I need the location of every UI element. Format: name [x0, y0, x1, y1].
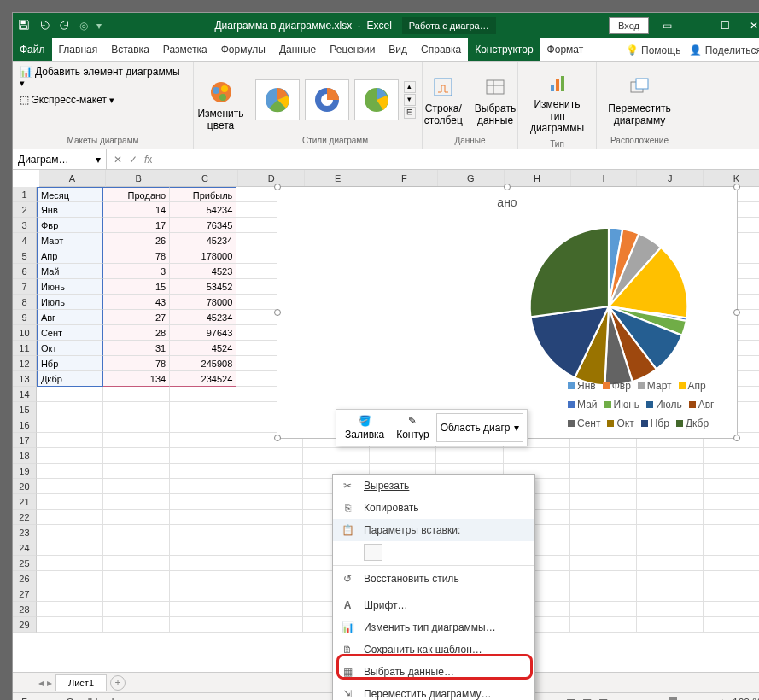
cell[interactable]	[103, 571, 170, 586]
cell[interactable]	[704, 556, 759, 571]
sheet-nav-prev-icon[interactable]: ◂	[38, 677, 44, 689]
cell[interactable]	[436, 448, 503, 464]
cell[interactable]	[236, 540, 303, 556]
legend-item[interactable]: Июль	[646, 399, 682, 411]
column-header[interactable]: C	[172, 170, 239, 187]
row-header[interactable]: 10	[13, 325, 37, 341]
redo-icon[interactable]	[59, 19, 71, 33]
cell[interactable]: 54234	[170, 202, 236, 218]
cell[interactable]: 31	[103, 341, 170, 356]
menu-save-template[interactable]: 🗎Сохранить как шаблон…	[333, 639, 534, 661]
cell[interactable]: 78000	[170, 295, 236, 310]
cell[interactable]	[103, 387, 170, 402]
cell[interactable]	[504, 448, 570, 464]
legend-item[interactable]: Июнь	[604, 399, 640, 411]
cell[interactable]: Июнь	[37, 279, 103, 295]
sheet-tab[interactable]: Лист1	[55, 674, 107, 691]
cell[interactable]: 45234	[170, 310, 236, 325]
cell[interactable]	[370, 448, 436, 464]
cell[interactable]: Апр	[37, 248, 103, 264]
cell[interactable]	[236, 602, 303, 617]
cell[interactable]: 45234	[170, 233, 236, 248]
cell[interactable]	[37, 494, 103, 510]
legend-item[interactable]: Март	[638, 380, 672, 392]
tab-layout[interactable]: Разметка	[156, 38, 214, 61]
cell[interactable]	[637, 525, 704, 540]
resize-handle[interactable]	[733, 184, 740, 190]
row-header[interactable]: 17	[13, 433, 37, 448]
row-header[interactable]: 15	[13, 402, 37, 417]
cell[interactable]	[570, 479, 637, 494]
cell[interactable]	[637, 586, 704, 602]
cell[interactable]	[236, 586, 303, 602]
zoom-in-icon[interactable]: +	[720, 697, 726, 701]
row-header[interactable]: 19	[13, 464, 37, 479]
cell[interactable]: 178000	[170, 248, 236, 264]
cell[interactable]	[704, 494, 759, 510]
cell[interactable]	[570, 510, 637, 525]
embedded-chart[interactable]: ано ЯнвФврМартАпрМайИюньИюльАвгСентОктНб…	[277, 186, 738, 439]
cell[interactable]	[637, 571, 704, 586]
row-header[interactable]: 4	[13, 233, 37, 248]
cell[interactable]: Янв	[37, 202, 103, 218]
column-header[interactable]: D	[238, 170, 305, 187]
cell[interactable]: 28	[103, 325, 170, 341]
cell[interactable]	[103, 586, 170, 602]
cell[interactable]	[637, 464, 704, 479]
cell[interactable]: 27	[103, 310, 170, 325]
spreadsheet-grid[interactable]: ABCDEFGHIJK 1МесяцПроданоПрибыль2Янв1454…	[13, 170, 759, 633]
row-header[interactable]: 13	[13, 371, 37, 387]
chart-title[interactable]: ано	[497, 195, 517, 209]
cell[interactable]: 97643	[170, 325, 236, 341]
cell[interactable]: 234524	[170, 371, 236, 387]
cell[interactable]	[103, 556, 170, 571]
cell[interactable]	[103, 448, 170, 464]
cell[interactable]	[704, 448, 759, 464]
row-header[interactable]: 6	[13, 264, 37, 279]
row-header[interactable]: 9	[13, 310, 37, 325]
cell[interactable]	[170, 510, 236, 525]
cell[interactable]	[704, 571, 759, 586]
cell[interactable]: 245908	[170, 356, 236, 371]
cell[interactable]	[37, 602, 103, 617]
cell[interactable]	[637, 448, 704, 464]
tab-data[interactable]: Данные	[272, 38, 323, 61]
cell[interactable]	[570, 448, 637, 464]
tab-home[interactable]: Главная	[52, 38, 105, 61]
cell[interactable]	[103, 479, 170, 494]
style-thumb[interactable]	[354, 79, 399, 120]
cell[interactable]	[637, 494, 704, 510]
cell[interactable]	[704, 464, 759, 479]
style-thumb[interactable]	[305, 79, 349, 120]
cell[interactable]	[103, 433, 170, 448]
menu-change-chart-type[interactable]: 📊Изменить тип диаграммы…	[333, 616, 534, 639]
cell[interactable]	[170, 602, 236, 617]
zoom-out-icon[interactable]: −	[615, 697, 621, 701]
cell[interactable]	[37, 387, 103, 402]
cell[interactable]	[103, 510, 170, 525]
row-header[interactable]: 5	[13, 248, 37, 264]
cell[interactable]	[170, 556, 236, 571]
cell[interactable]	[704, 617, 759, 633]
legend-item[interactable]: Нбр	[641, 417, 669, 429]
cell[interactable]: Продано	[103, 187, 170, 202]
cell[interactable]	[170, 448, 236, 464]
row-header[interactable]: 24	[13, 540, 37, 556]
cell[interactable]	[103, 617, 170, 633]
chart-legend[interactable]: ЯнвФврМартАпрМайИюньИюльАвгСентОктНбрДкб…	[568, 380, 737, 429]
cell[interactable]	[103, 494, 170, 510]
column-header[interactable]: B	[106, 170, 172, 187]
ribbon-display-icon[interactable]: ▭	[656, 15, 678, 36]
row-header[interactable]: 25	[13, 556, 37, 571]
resize-handle[interactable]	[504, 184, 511, 190]
quick-layout-button[interactable]: ⬚ Экспресс-макет ▾	[20, 94, 114, 106]
cell[interactable]	[570, 586, 637, 602]
maximize-icon[interactable]: ☐	[714, 15, 736, 36]
legend-item[interactable]: Фвр	[603, 380, 631, 392]
cell[interactable]	[37, 433, 103, 448]
switch-row-column-button[interactable]: Строка/ столбец	[421, 70, 466, 130]
cell[interactable]	[570, 556, 637, 571]
outline-button[interactable]: ✎Контур	[391, 413, 434, 442]
cell[interactable]: 14	[103, 202, 170, 218]
cell[interactable]	[570, 571, 637, 586]
